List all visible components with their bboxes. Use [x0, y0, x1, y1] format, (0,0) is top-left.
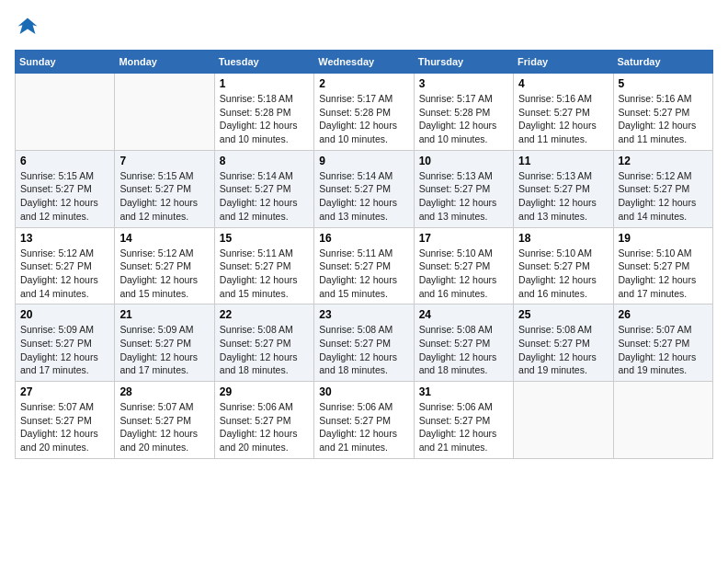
- calendar-cell: 9Sunrise: 5:14 AM Sunset: 5:27 PM Daylig…: [314, 150, 414, 227]
- calendar-cell: 3Sunrise: 5:17 AM Sunset: 5:28 PM Daylig…: [414, 74, 513, 151]
- day-info: Sunrise: 5:10 AM Sunset: 5:27 PM Dayligh…: [619, 247, 708, 301]
- calendar-cell: 29Sunrise: 5:06 AM Sunset: 5:27 PM Dayli…: [214, 382, 313, 459]
- week-row-4: 20Sunrise: 5:09 AM Sunset: 5:27 PM Dayli…: [16, 304, 713, 382]
- day-info: Sunrise: 5:07 AM Sunset: 5:27 PM Dayligh…: [619, 323, 708, 377]
- calendar-cell: 21Sunrise: 5:09 AM Sunset: 5:27 PM Dayli…: [115, 304, 214, 382]
- day-info: Sunrise: 5:12 AM Sunset: 5:27 PM Dayligh…: [20, 247, 109, 301]
- day-number: 27: [20, 385, 109, 398]
- calendar-table: SundayMondayTuesdayWednesdayThursdayFrid…: [15, 50, 713, 459]
- weekday-header-wednesday: Wednesday: [314, 51, 414, 74]
- day-info: Sunrise: 5:10 AM Sunset: 5:27 PM Dayligh…: [518, 247, 608, 301]
- day-number: 28: [119, 385, 209, 398]
- calendar-cell: 10Sunrise: 5:13 AM Sunset: 5:27 PM Dayli…: [414, 150, 513, 227]
- day-number: 22: [220, 308, 309, 321]
- week-row-3: 13Sunrise: 5:12 AM Sunset: 5:27 PM Dayli…: [16, 227, 713, 304]
- day-number: 17: [419, 232, 508, 245]
- calendar-cell: [16, 74, 115, 151]
- day-number: 8: [220, 155, 309, 167]
- day-number: 11: [518, 155, 608, 167]
- day-number: 3: [419, 77, 508, 90]
- day-info: Sunrise: 5:18 AM Sunset: 5:28 PM Dayligh…: [220, 92, 309, 146]
- day-number: 16: [319, 232, 408, 245]
- calendar-cell: 4Sunrise: 5:16 AM Sunset: 5:27 PM Daylig…: [514, 74, 613, 151]
- calendar-cell: 22Sunrise: 5:08 AM Sunset: 5:27 PM Dayli…: [214, 304, 313, 382]
- day-number: 6: [20, 155, 109, 167]
- day-info: Sunrise: 5:12 AM Sunset: 5:27 PM Dayligh…: [619, 169, 708, 224]
- calendar-cell: [514, 382, 613, 459]
- calendar-cell: 26Sunrise: 5:07 AM Sunset: 5:27 PM Dayli…: [613, 304, 712, 382]
- day-info: Sunrise: 5:07 AM Sunset: 5:27 PM Dayligh…: [119, 400, 209, 454]
- calendar-cell: 7Sunrise: 5:15 AM Sunset: 5:27 PM Daylig…: [115, 150, 214, 227]
- day-number: 4: [518, 77, 608, 90]
- calendar-cell: 15Sunrise: 5:11 AM Sunset: 5:27 PM Dayli…: [214, 227, 313, 304]
- calendar-cell: 28Sunrise: 5:07 AM Sunset: 5:27 PM Dayli…: [115, 382, 214, 459]
- logo-bird-icon: [15, 15, 40, 40]
- calendar-cell: 24Sunrise: 5:08 AM Sunset: 5:27 PM Dayli…: [414, 304, 513, 382]
- day-number: 19: [619, 232, 708, 245]
- day-number: 15: [220, 232, 309, 245]
- day-number: 10: [419, 155, 508, 167]
- day-number: 2: [319, 77, 408, 90]
- calendar-cell: [115, 74, 214, 151]
- day-number: 5: [619, 77, 708, 90]
- week-row-2: 6Sunrise: 5:15 AM Sunset: 5:27 PM Daylig…: [16, 150, 713, 227]
- calendar-cell: 11Sunrise: 5:13 AM Sunset: 5:27 PM Dayli…: [514, 150, 613, 227]
- calendar-cell: 25Sunrise: 5:08 AM Sunset: 5:27 PM Dayli…: [514, 304, 613, 382]
- day-number: 9: [319, 155, 408, 167]
- day-number: 18: [518, 232, 608, 245]
- day-info: Sunrise: 5:08 AM Sunset: 5:27 PM Dayligh…: [220, 323, 309, 377]
- day-info: Sunrise: 5:13 AM Sunset: 5:27 PM Dayligh…: [518, 169, 608, 224]
- day-number: 30: [319, 385, 408, 398]
- day-info: Sunrise: 5:08 AM Sunset: 5:27 PM Dayligh…: [419, 323, 508, 377]
- day-info: Sunrise: 5:15 AM Sunset: 5:27 PM Dayligh…: [119, 169, 209, 224]
- day-number: 20: [20, 308, 109, 321]
- weekday-header-thursday: Thursday: [414, 51, 513, 74]
- day-info: Sunrise: 5:16 AM Sunset: 5:27 PM Dayligh…: [518, 92, 608, 146]
- calendar-cell: 17Sunrise: 5:10 AM Sunset: 5:27 PM Dayli…: [414, 227, 513, 304]
- weekday-header-tuesday: Tuesday: [214, 51, 313, 74]
- calendar-cell: 14Sunrise: 5:12 AM Sunset: 5:27 PM Dayli…: [115, 227, 214, 304]
- weekday-header-saturday: Saturday: [613, 51, 712, 74]
- day-info: Sunrise: 5:06 AM Sunset: 5:27 PM Dayligh…: [220, 400, 309, 454]
- day-info: Sunrise: 5:06 AM Sunset: 5:27 PM Dayligh…: [319, 400, 408, 454]
- calendar-cell: 30Sunrise: 5:06 AM Sunset: 5:27 PM Dayli…: [314, 382, 414, 459]
- day-info: Sunrise: 5:12 AM Sunset: 5:27 PM Dayligh…: [119, 247, 209, 301]
- calendar-cell: 18Sunrise: 5:10 AM Sunset: 5:27 PM Dayli…: [514, 227, 613, 304]
- day-number: 31: [419, 385, 508, 398]
- day-number: 23: [319, 308, 408, 321]
- weekday-header-sunday: Sunday: [16, 51, 115, 74]
- calendar-cell: 8Sunrise: 5:14 AM Sunset: 5:27 PM Daylig…: [214, 150, 313, 227]
- day-number: 1: [220, 77, 309, 90]
- weekday-header-row: SundayMondayTuesdayWednesdayThursdayFrid…: [16, 51, 713, 74]
- day-number: 13: [20, 232, 109, 245]
- day-info: Sunrise: 5:15 AM Sunset: 5:27 PM Dayligh…: [20, 169, 109, 224]
- day-number: 14: [119, 232, 209, 245]
- day-info: Sunrise: 5:16 AM Sunset: 5:27 PM Dayligh…: [619, 92, 708, 146]
- day-number: 7: [119, 155, 209, 167]
- calendar-cell: 1Sunrise: 5:18 AM Sunset: 5:28 PM Daylig…: [214, 74, 313, 151]
- day-info: Sunrise: 5:08 AM Sunset: 5:27 PM Dayligh…: [319, 323, 408, 377]
- day-number: 12: [619, 155, 708, 167]
- day-info: Sunrise: 5:11 AM Sunset: 5:27 PM Dayligh…: [220, 247, 309, 301]
- calendar-cell: 20Sunrise: 5:09 AM Sunset: 5:27 PM Dayli…: [16, 304, 115, 382]
- calendar-cell: 31Sunrise: 5:06 AM Sunset: 5:27 PM Dayli…: [414, 382, 513, 459]
- day-info: Sunrise: 5:14 AM Sunset: 5:27 PM Dayligh…: [319, 169, 408, 224]
- day-info: Sunrise: 5:11 AM Sunset: 5:27 PM Dayligh…: [319, 247, 408, 301]
- calendar-cell: 2Sunrise: 5:17 AM Sunset: 5:28 PM Daylig…: [314, 74, 414, 151]
- day-info: Sunrise: 5:08 AM Sunset: 5:27 PM Dayligh…: [518, 323, 608, 377]
- day-number: 25: [518, 308, 608, 321]
- logo: [15, 15, 44, 40]
- day-number: 26: [619, 308, 708, 321]
- calendar-cell: 19Sunrise: 5:10 AM Sunset: 5:27 PM Dayli…: [613, 227, 712, 304]
- calendar-cell: 23Sunrise: 5:08 AM Sunset: 5:27 PM Dayli…: [314, 304, 414, 382]
- calendar-cell: 5Sunrise: 5:16 AM Sunset: 5:27 PM Daylig…: [613, 74, 712, 151]
- day-number: 24: [419, 308, 508, 321]
- week-row-5: 27Sunrise: 5:07 AM Sunset: 5:27 PM Dayli…: [16, 382, 713, 459]
- svg-marker-0: [18, 18, 38, 35]
- day-number: 21: [119, 308, 209, 321]
- page-header: [15, 15, 713, 40]
- calendar-cell: 16Sunrise: 5:11 AM Sunset: 5:27 PM Dayli…: [314, 227, 414, 304]
- day-info: Sunrise: 5:09 AM Sunset: 5:27 PM Dayligh…: [20, 323, 109, 377]
- day-info: Sunrise: 5:10 AM Sunset: 5:27 PM Dayligh…: [419, 247, 508, 301]
- day-info: Sunrise: 5:17 AM Sunset: 5:28 PM Dayligh…: [319, 92, 408, 146]
